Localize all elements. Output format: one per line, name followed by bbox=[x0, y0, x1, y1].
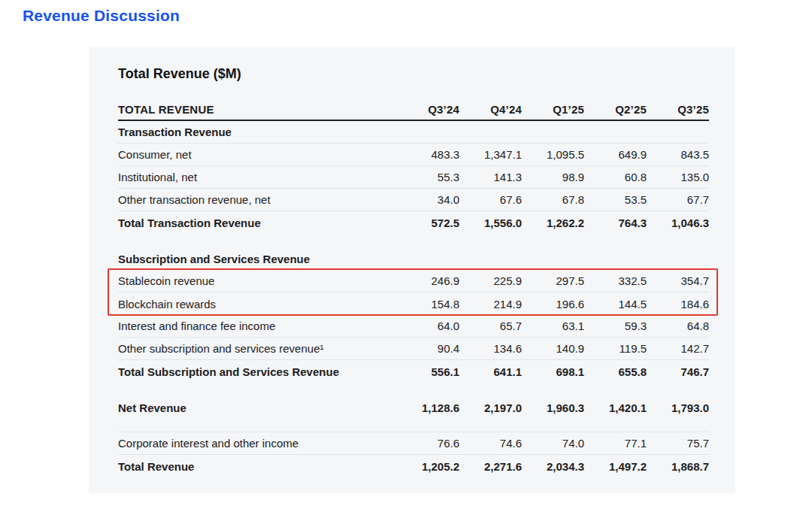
cell-value: 1,095.5 bbox=[522, 148, 584, 161]
table-row: Blockchain rewards154.8214.9196.6144.518… bbox=[118, 292, 709, 315]
cell-value: 63.1 bbox=[522, 320, 584, 332]
cell-value: 556.1 bbox=[397, 365, 459, 378]
cell-value: 1,960.3 bbox=[522, 401, 584, 414]
cell-value: 225.9 bbox=[459, 274, 522, 287]
column-header: Q1’25 bbox=[522, 103, 584, 116]
cell-value: 34.0 bbox=[397, 193, 459, 206]
table-row: Transaction Revenue bbox=[118, 121, 709, 144]
cell-value: 64.8 bbox=[647, 320, 709, 332]
row-label: Total Transaction Revenue bbox=[118, 217, 397, 229]
cell-value: 144.5 bbox=[584, 298, 647, 311]
cell-value: 196.6 bbox=[522, 298, 584, 311]
table-row: Total Subscription and Services Revenue5… bbox=[118, 360, 709, 383]
cell-value: 1,046.3 bbox=[647, 217, 709, 229]
cell-value: 64.0 bbox=[397, 320, 459, 332]
cell-value: 74.6 bbox=[459, 437, 522, 450]
cell-value: 332.5 bbox=[584, 274, 647, 287]
row-label: Transaction Revenue bbox=[118, 126, 397, 138]
cell-value: 142.7 bbox=[647, 342, 709, 355]
table-spacer bbox=[118, 419, 709, 432]
cell-value: 1,556.0 bbox=[459, 217, 522, 229]
row-label: Institutional, net bbox=[118, 171, 397, 183]
row-label: Total Revenue bbox=[118, 460, 397, 473]
cell-value: 1,262.2 bbox=[522, 217, 584, 229]
table-row: Corporate interest and other income76.67… bbox=[118, 432, 709, 455]
table-header-label: TOTAL REVENUE bbox=[118, 103, 397, 116]
table-row: Net Revenue1,128.62,197.01,960.31,420.11… bbox=[118, 396, 709, 419]
row-label: Interest and finance fee income bbox=[118, 320, 397, 332]
cell-value: 655.8 bbox=[584, 365, 647, 378]
cell-value: 60.8 bbox=[584, 171, 647, 183]
cell-value: 140.9 bbox=[522, 342, 584, 355]
cell-value: 119.5 bbox=[584, 342, 647, 355]
cell-value: 53.5 bbox=[584, 193, 647, 206]
cell-value: 1,420.1 bbox=[584, 401, 647, 414]
column-header: Q4’24 bbox=[459, 103, 522, 116]
cell-value: 1,347.1 bbox=[459, 148, 522, 161]
cell-value: 354.7 bbox=[647, 274, 709, 287]
cell-value: 746.7 bbox=[647, 365, 709, 378]
row-label: Corporate interest and other income bbox=[118, 437, 397, 450]
cell-value: 2,034.3 bbox=[522, 460, 584, 473]
cell-value: 698.1 bbox=[522, 365, 584, 378]
row-label: Stablecoin revenue bbox=[118, 274, 397, 287]
row-label: Net Revenue bbox=[118, 401, 397, 414]
cell-value: 483.3 bbox=[397, 148, 459, 161]
cell-value: 134.6 bbox=[459, 342, 522, 355]
cell-value: 55.3 bbox=[397, 171, 459, 183]
cell-value: 1,497.2 bbox=[584, 460, 647, 473]
column-header: Q2’25 bbox=[584, 103, 647, 116]
table-row: Stablecoin revenue246.9225.9297.5332.535… bbox=[118, 270, 709, 292]
cell-value: 1,128.6 bbox=[397, 401, 459, 414]
cell-value: 649.9 bbox=[584, 148, 647, 161]
column-header: Q3’25 bbox=[647, 103, 709, 116]
cell-value: 67.8 bbox=[522, 193, 584, 206]
cell-value: 65.7 bbox=[459, 320, 522, 332]
column-header: Q3’24 bbox=[397, 103, 459, 116]
highlighted-rows-group: Stablecoin revenue246.9225.9297.5332.535… bbox=[118, 270, 709, 315]
table-row: Subscription and Services Revenue bbox=[118, 247, 709, 270]
cell-value: 246.9 bbox=[397, 274, 459, 287]
row-label: Blockchain rewards bbox=[118, 298, 397, 311]
cell-value: 214.9 bbox=[459, 298, 522, 311]
table-spacer bbox=[118, 234, 709, 247]
revenue-table-card: Total Revenue ($M) TOTAL REVENUEQ3’24Q4’… bbox=[89, 47, 735, 493]
cell-value: 184.6 bbox=[647, 298, 709, 311]
cell-value: 90.4 bbox=[397, 342, 459, 355]
row-label: Consumer, net bbox=[118, 148, 397, 161]
cell-value: 843.5 bbox=[647, 148, 709, 161]
cell-value: 297.5 bbox=[522, 274, 584, 287]
cell-value: 98.9 bbox=[522, 171, 584, 183]
cell-value: 67.7 bbox=[647, 193, 709, 206]
page-title: Revenue Discussion bbox=[23, 7, 180, 25]
cell-value: 76.6 bbox=[397, 437, 459, 450]
cell-value: 641.1 bbox=[459, 365, 522, 378]
cell-value: 1,205.2 bbox=[397, 460, 459, 473]
cell-value: 77.1 bbox=[584, 437, 647, 450]
table-row: Other transaction revenue, net34.067.667… bbox=[118, 189, 709, 211]
cell-value: 764.3 bbox=[584, 217, 647, 229]
cell-value: 572.5 bbox=[397, 217, 459, 229]
cell-value: 59.3 bbox=[584, 320, 647, 332]
cell-value: 75.7 bbox=[647, 437, 709, 450]
table-row: Total Revenue1,205.22,271.62,034.31,497.… bbox=[118, 455, 709, 477]
cell-value: 1,793.0 bbox=[647, 401, 709, 414]
card-title: Total Revenue ($M) bbox=[118, 66, 709, 82]
cell-value: 2,197.0 bbox=[459, 401, 522, 414]
table-row: Other subscription and services revenue¹… bbox=[118, 338, 709, 360]
table-header-row: TOTAL REVENUEQ3’24Q4’24Q1’25Q2’25Q3’25 bbox=[118, 98, 709, 121]
row-label: Other transaction revenue, net bbox=[118, 193, 397, 206]
revenue-table-body: TOTAL REVENUEQ3’24Q4’24Q1’25Q2’25Q3’25Tr… bbox=[118, 98, 709, 477]
cell-value: 67.6 bbox=[459, 193, 522, 206]
table-row: Consumer, net483.31,347.11,095.5649.9843… bbox=[118, 144, 709, 166]
table-row: Interest and finance fee income64.065.76… bbox=[118, 315, 709, 338]
table-spacer bbox=[118, 383, 709, 396]
cell-value: 154.8 bbox=[397, 298, 459, 311]
cell-value: 141.3 bbox=[459, 171, 522, 183]
row-label: Other subscription and services revenue¹ bbox=[118, 342, 397, 355]
table-row: Institutional, net55.3141.398.960.8135.0 bbox=[118, 166, 709, 189]
cell-value: 74.0 bbox=[522, 437, 584, 450]
table-row: Total Transaction Revenue572.51,556.01,2… bbox=[118, 211, 709, 234]
row-label: Subscription and Services Revenue bbox=[118, 253, 397, 265]
cell-value: 2,271.6 bbox=[459, 460, 522, 473]
